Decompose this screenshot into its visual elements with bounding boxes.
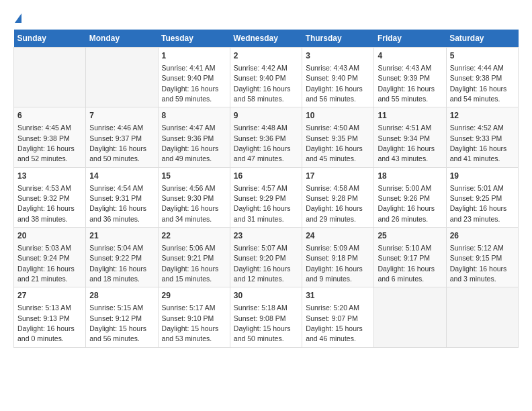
- day-cell: [446, 287, 518, 347]
- day-number: 25: [378, 230, 442, 242]
- day-info: Sunrise: 4:53 AM Sunset: 9:32 PM Dayligh…: [17, 184, 75, 223]
- day-info: Sunrise: 4:52 AM Sunset: 9:33 PM Dayligh…: [450, 124, 507, 163]
- header-cell-monday: Monday: [86, 30, 158, 48]
- day-number: 6: [17, 110, 82, 122]
- day-info: Sunrise: 4:47 AM Sunset: 9:36 PM Dayligh…: [162, 124, 219, 163]
- day-info: Sunrise: 5:03 AM Sunset: 9:24 PM Dayligh…: [17, 244, 75, 283]
- day-cell: [86, 48, 158, 107]
- header: [13, 13, 519, 23]
- day-cell: 16Sunrise: 4:57 AM Sunset: 9:29 PM Dayli…: [230, 167, 302, 227]
- day-cell: [374, 287, 446, 347]
- header-row: SundayMondayTuesdayWednesdayThursdayFrid…: [14, 30, 519, 48]
- day-cell: 31Sunrise: 5:20 AM Sunset: 9:07 PM Dayli…: [302, 287, 374, 347]
- day-number: 7: [89, 110, 154, 122]
- day-cell: 28Sunrise: 5:15 AM Sunset: 9:12 PM Dayli…: [86, 287, 158, 347]
- day-number: 30: [234, 290, 298, 302]
- day-info: Sunrise: 4:51 AM Sunset: 9:34 PM Dayligh…: [378, 124, 435, 163]
- logo: [13, 13, 21, 23]
- day-cell: 29Sunrise: 5:17 AM Sunset: 9:10 PM Dayli…: [158, 287, 230, 347]
- day-number: 18: [378, 171, 442, 182]
- day-number: 23: [234, 230, 298, 242]
- day-info: Sunrise: 4:42 AM Sunset: 9:40 PM Dayligh…: [234, 64, 291, 103]
- header-cell-sunday: Sunday: [14, 30, 86, 48]
- day-info: Sunrise: 4:45 AM Sunset: 9:38 PM Dayligh…: [17, 124, 75, 163]
- day-info: Sunrise: 5:20 AM Sunset: 9:07 PM Dayligh…: [306, 304, 363, 342]
- day-info: Sunrise: 5:00 AM Sunset: 9:26 PM Dayligh…: [378, 184, 435, 223]
- day-info: Sunrise: 5:12 AM Sunset: 9:15 PM Dayligh…: [450, 244, 507, 283]
- day-cell: 2Sunrise: 4:42 AM Sunset: 9:40 PM Daylig…: [230, 48, 302, 107]
- week-row-2: 6Sunrise: 4:45 AM Sunset: 9:38 PM Daylig…: [14, 107, 519, 167]
- day-number: 31: [306, 290, 370, 302]
- day-cell: 14Sunrise: 4:54 AM Sunset: 9:31 PM Dayli…: [86, 167, 158, 227]
- day-number: 4: [378, 50, 442, 62]
- day-number: 16: [234, 171, 298, 182]
- day-info: Sunrise: 5:04 AM Sunset: 9:22 PM Dayligh…: [89, 244, 146, 283]
- day-cell: 5Sunrise: 4:44 AM Sunset: 9:38 PM Daylig…: [446, 48, 518, 107]
- day-number: 29: [162, 290, 226, 302]
- day-cell: 13Sunrise: 4:53 AM Sunset: 9:32 PM Dayli…: [14, 167, 86, 227]
- day-info: Sunrise: 5:15 AM Sunset: 9:12 PM Dayligh…: [89, 304, 146, 342]
- day-number: 27: [17, 290, 82, 302]
- day-info: Sunrise: 5:18 AM Sunset: 9:08 PM Dayligh…: [234, 304, 291, 342]
- day-info: Sunrise: 4:43 AM Sunset: 9:40 PM Dayligh…: [306, 64, 363, 103]
- header-cell-thursday: Thursday: [302, 30, 374, 48]
- day-info: Sunrise: 5:09 AM Sunset: 9:18 PM Dayligh…: [306, 244, 363, 283]
- day-cell: 6Sunrise: 4:45 AM Sunset: 9:38 PM Daylig…: [14, 107, 86, 167]
- week-row-4: 20Sunrise: 5:03 AM Sunset: 9:24 PM Dayli…: [14, 228, 519, 287]
- day-cell: 24Sunrise: 5:09 AM Sunset: 9:18 PM Dayli…: [302, 228, 374, 287]
- day-cell: 11Sunrise: 4:51 AM Sunset: 9:34 PM Dayli…: [374, 107, 446, 167]
- day-cell: 15Sunrise: 4:56 AM Sunset: 9:30 PM Dayli…: [158, 167, 230, 227]
- day-cell: 4Sunrise: 4:43 AM Sunset: 9:39 PM Daylig…: [374, 48, 446, 107]
- day-cell: 19Sunrise: 5:01 AM Sunset: 9:25 PM Dayli…: [446, 167, 518, 227]
- day-number: 11: [378, 110, 442, 122]
- day-cell: 26Sunrise: 5:12 AM Sunset: 9:15 PM Dayli…: [446, 228, 518, 287]
- day-info: Sunrise: 5:10 AM Sunset: 9:17 PM Dayligh…: [378, 244, 435, 283]
- day-cell: 12Sunrise: 4:52 AM Sunset: 9:33 PM Dayli…: [446, 107, 518, 167]
- day-cell: 20Sunrise: 5:03 AM Sunset: 9:24 PM Dayli…: [14, 228, 86, 287]
- day-number: 22: [162, 230, 226, 242]
- day-info: Sunrise: 4:57 AM Sunset: 9:29 PM Dayligh…: [234, 184, 291, 223]
- week-row-3: 13Sunrise: 4:53 AM Sunset: 9:32 PM Dayli…: [14, 167, 519, 227]
- day-info: Sunrise: 4:56 AM Sunset: 9:30 PM Dayligh…: [162, 184, 219, 223]
- day-info: Sunrise: 4:46 AM Sunset: 9:37 PM Dayligh…: [89, 124, 146, 163]
- day-number: 8: [162, 110, 226, 122]
- day-info: Sunrise: 4:41 AM Sunset: 9:40 PM Dayligh…: [162, 64, 219, 103]
- day-info: Sunrise: 5:01 AM Sunset: 9:25 PM Dayligh…: [450, 184, 507, 223]
- day-info: Sunrise: 4:50 AM Sunset: 9:35 PM Dayligh…: [306, 124, 363, 163]
- day-number: 10: [306, 110, 370, 122]
- week-row-5: 27Sunrise: 5:13 AM Sunset: 9:13 PM Dayli…: [14, 287, 519, 347]
- day-number: 9: [234, 110, 298, 122]
- day-number: 15: [162, 171, 226, 182]
- day-number: 21: [89, 230, 154, 242]
- day-cell: 9Sunrise: 4:48 AM Sunset: 9:36 PM Daylig…: [230, 107, 302, 167]
- day-cell: 21Sunrise: 5:04 AM Sunset: 9:22 PM Dayli…: [86, 228, 158, 287]
- day-cell: 30Sunrise: 5:18 AM Sunset: 9:08 PM Dayli…: [230, 287, 302, 347]
- day-cell: 8Sunrise: 4:47 AM Sunset: 9:36 PM Daylig…: [158, 107, 230, 167]
- day-number: 13: [17, 171, 82, 182]
- day-number: 3: [306, 50, 370, 62]
- header-cell-friday: Friday: [374, 30, 446, 48]
- day-info: Sunrise: 4:43 AM Sunset: 9:39 PM Dayligh…: [378, 64, 435, 103]
- day-info: Sunrise: 5:17 AM Sunset: 9:10 PM Dayligh…: [162, 304, 219, 342]
- day-cell: 10Sunrise: 4:50 AM Sunset: 9:35 PM Dayli…: [302, 107, 374, 167]
- day-number: 24: [306, 230, 370, 242]
- week-row-1: 1Sunrise: 4:41 AM Sunset: 9:40 PM Daylig…: [14, 48, 519, 107]
- day-cell: 3Sunrise: 4:43 AM Sunset: 9:40 PM Daylig…: [302, 48, 374, 107]
- day-info: Sunrise: 4:48 AM Sunset: 9:36 PM Dayligh…: [234, 124, 291, 163]
- day-number: 14: [89, 171, 154, 182]
- header-cell-tuesday: Tuesday: [158, 30, 230, 48]
- header-cell-wednesday: Wednesday: [230, 30, 302, 48]
- day-number: 19: [450, 171, 515, 182]
- calendar-table: SundayMondayTuesdayWednesdayThursdayFrid…: [13, 30, 519, 348]
- day-number: 20: [17, 230, 82, 242]
- day-cell: 27Sunrise: 5:13 AM Sunset: 9:13 PM Dayli…: [14, 287, 86, 347]
- day-number: 28: [89, 290, 154, 302]
- day-number: 1: [162, 50, 226, 62]
- day-info: Sunrise: 5:13 AM Sunset: 9:13 PM Dayligh…: [17, 304, 75, 342]
- day-number: 5: [450, 50, 515, 62]
- day-cell: 25Sunrise: 5:10 AM Sunset: 9:17 PM Dayli…: [374, 228, 446, 287]
- day-info: Sunrise: 4:54 AM Sunset: 9:31 PM Dayligh…: [89, 184, 146, 223]
- day-number: 2: [234, 50, 298, 62]
- day-info: Sunrise: 4:44 AM Sunset: 9:38 PM Dayligh…: [450, 64, 507, 103]
- day-info: Sunrise: 5:06 AM Sunset: 9:21 PM Dayligh…: [162, 244, 219, 283]
